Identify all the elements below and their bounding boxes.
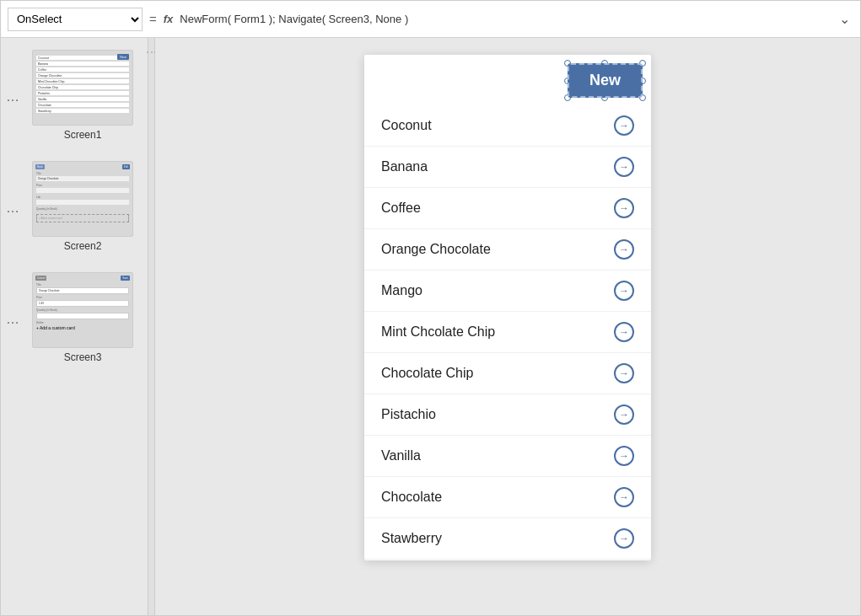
- screen2-label: Screen2: [28, 240, 137, 259]
- screen2-form-mini: Title Orange Chocolate Price Lab Quantit…: [33, 162, 132, 222]
- main-area: … New Coconut Banana Coffee Orange Choco…: [1, 38, 860, 616]
- list-item[interactable]: Banana →: [364, 147, 651, 188]
- item-name: Pistachio: [381, 407, 436, 422]
- item-name: Orange Chocolate: [381, 242, 491, 257]
- sidebar-item-screen3[interactable]: Cancel Save Title Orange Chocolate Price…: [18, 265, 148, 373]
- canvas-area: New Coconut → Banana → Coffee →: [155, 38, 860, 616]
- arrow-icon: →: [614, 404, 634, 425]
- screen1-list-mini: Coconut Banana Coffee Orange Chocolate M…: [33, 51, 132, 113]
- screen3-form-mini: Title Orange Chocolate Price 1.89 Quanti…: [33, 273, 132, 330]
- fx-icon: fx: [164, 13, 174, 25]
- arrow-icon: →: [614, 363, 634, 383]
- arrow-icon: →: [614, 239, 634, 260]
- list-item[interactable]: Coffee →: [364, 188, 651, 229]
- item-name: Vanilla: [381, 448, 421, 463]
- screen1-new-btn-mini: New: [117, 54, 129, 60]
- list-item[interactable]: Coconut →: [364, 105, 651, 147]
- item-name: Mango: [381, 283, 422, 298]
- new-button-container: New: [568, 63, 643, 98]
- formula-bar: OnSelect = fx ⌄: [1, 1, 860, 38]
- screen3-save-mini: Save: [121, 276, 130, 281]
- list-item[interactable]: Mint Chcolate Chip →: [364, 312, 651, 353]
- item-name: Chocolate: [381, 490, 442, 505]
- screen2-edit-mini: Edit: [122, 164, 130, 169]
- list-item[interactable]: Mango →: [364, 271, 651, 312]
- item-name: Coconut: [381, 118, 432, 133]
- screen3-dots[interactable]: …: [6, 312, 19, 327]
- item-name: Banana: [381, 159, 428, 174]
- arrow-icon: →: [614, 487, 634, 507]
- list-item[interactable]: Chocolate Chip →: [364, 353, 651, 394]
- screen3-thumbnail: Cancel Save Title Orange Chocolate Price…: [32, 272, 133, 348]
- screen1-wrapper: … New Coconut Banana Coffee Orange Choco…: [1, 43, 148, 151]
- screen3-wrapper: … Cancel Save Title Orange Chocolate Pri…: [1, 265, 148, 373]
- screen2-dots[interactable]: …: [6, 201, 19, 216]
- arrow-icon: →: [614, 446, 634, 466]
- sidebar-item-screen1[interactable]: New Coconut Banana Coffee Orange Chocola…: [18, 43, 148, 151]
- arrow-icon: →: [614, 157, 634, 177]
- arrow-icon: →: [614, 322, 634, 342]
- list-item[interactable]: Orange Chocolate →: [364, 229, 651, 271]
- arrow-icon: →: [614, 115, 634, 136]
- screen3-label: Screen3: [28, 351, 137, 370]
- resize-handle[interactable]: ⋮: [148, 38, 155, 616]
- formula-expand-icon[interactable]: ⌄: [836, 11, 853, 27]
- screen1-dots[interactable]: …: [6, 89, 19, 104]
- sidebar-item-screen2[interactable]: Back Edit Title Orange Chocolate Price L…: [18, 154, 148, 262]
- screen2-wrapper: … Back Edit Title Orange Chocolate Price…: [1, 154, 148, 262]
- item-name: Coffee: [381, 201, 421, 216]
- equals-sign: =: [148, 12, 159, 26]
- list-item[interactable]: Pistachio →: [364, 394, 651, 436]
- screen2-thumbnail: Back Edit Title Orange Chocolate Price L…: [32, 161, 133, 237]
- arrow-icon: →: [614, 198, 634, 218]
- item-name: Chocolate Chip: [381, 366, 473, 381]
- phone-mockup: New Coconut → Banana → Coffee →: [364, 55, 651, 560]
- list-item[interactable]: Vanilla →: [364, 436, 651, 477]
- list-item[interactable]: Stawberry →: [364, 518, 651, 560]
- screen2-back-mini: Back: [35, 164, 45, 169]
- arrow-icon: →: [614, 281, 634, 301]
- screen1-thumbnail: New Coconut Banana Coffee Orange Chocola…: [32, 50, 133, 126]
- screen1-label: Screen1: [28, 129, 137, 147]
- ice-cream-list: Coconut → Banana → Coffee → Orange Choco…: [364, 55, 651, 560]
- formula-input[interactable]: [180, 8, 831, 31]
- item-name: Stawberry: [381, 531, 442, 546]
- arrow-icon: →: [614, 528, 634, 549]
- event-selector[interactable]: OnSelect: [8, 8, 143, 31]
- list-item[interactable]: Chocolate →: [364, 477, 651, 518]
- new-button[interactable]: New: [568, 63, 643, 98]
- item-name: Mint Chcolate Chip: [381, 324, 495, 340]
- sidebar: … New Coconut Banana Coffee Orange Choco…: [1, 38, 148, 616]
- screen3-cancel-mini: Cancel: [35, 276, 46, 281]
